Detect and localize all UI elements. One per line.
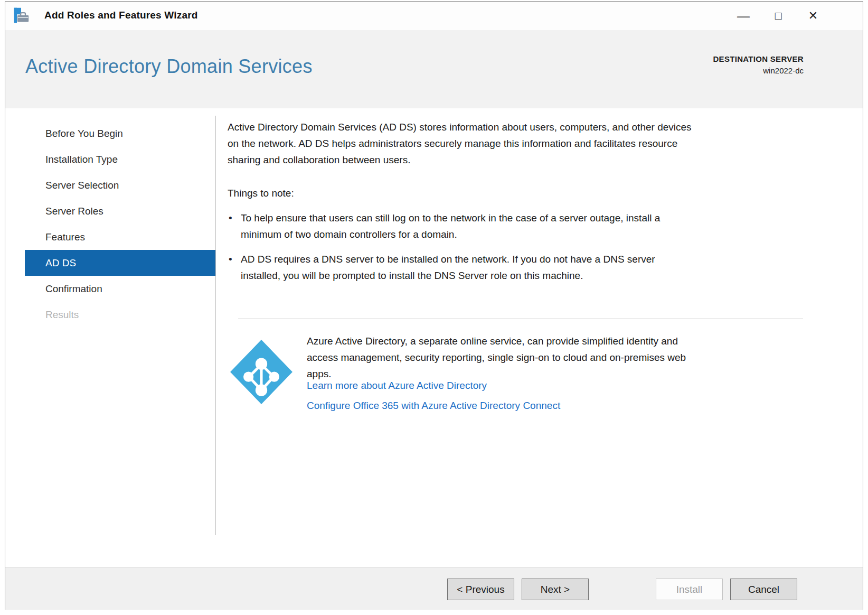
azure-active-directory-icon: [229, 339, 294, 405]
bullet-line: installed, you will be prompted to insta…: [241, 267, 655, 284]
sidebar-content-divider: [215, 116, 216, 535]
list-item: • AD DS requires a DNS server to be inst…: [229, 251, 660, 284]
azure-description-line: access management, security reporting, s…: [307, 349, 686, 366]
window-title: Add Roles and Features Wizard: [44, 10, 198, 21]
sidebar-item-installation-type[interactable]: Installation Type: [25, 146, 215, 172]
sidebar-item-ad-ds[interactable]: AD DS: [25, 250, 215, 276]
azure-description-line: Azure Active Directory, a separate onlin…: [307, 333, 686, 349]
wizard-steps-sidebar: Before You Begin Installation Type Serve…: [25, 120, 215, 328]
learn-more-azure-ad-link[interactable]: Learn more about Azure Active Directory: [307, 376, 560, 396]
sidebar-item-results: Results: [25, 302, 215, 328]
configure-office-365-link[interactable]: Configure Office 365 with Azure Active D…: [307, 396, 560, 416]
azure-links: Learn more about Azure Active Directory …: [307, 376, 560, 416]
title-bar: Add Roles and Features Wizard — □ ✕: [5, 2, 863, 30]
bullet-line: To help ensure that users can still log …: [241, 210, 660, 226]
wizard-header: Active Directory Domain Services DESTINA…: [5, 30, 863, 108]
section-divider: [238, 319, 803, 319]
azure-description: Azure Active Directory, a separate onlin…: [307, 333, 686, 382]
notes-list: • To help ensure that users can still lo…: [229, 210, 660, 292]
bullet-icon: •: [229, 210, 241, 243]
close-icon[interactable]: ✕: [799, 6, 827, 26]
cancel-button[interactable]: Cancel: [730, 579, 797, 600]
bullet-text: AD DS requires a DNS server to be instal…: [241, 251, 655, 284]
list-item: • To help ensure that users can still lo…: [229, 210, 660, 243]
bullet-line: AD DS requires a DNS server to be instal…: [241, 251, 655, 267]
bullet-icon: •: [229, 251, 241, 284]
add-roles-wizard-icon: [13, 7, 30, 24]
destination-server-name: win2022-dc: [713, 66, 804, 75]
sidebar-item-before-you-begin[interactable]: Before You Begin: [25, 120, 215, 146]
page-title: Active Directory Domain Services: [25, 55, 313, 78]
intro-line: Active Directory Domain Services (AD DS)…: [228, 119, 692, 135]
intro-line: sharing and collaboration between users.: [228, 152, 692, 168]
minimize-icon[interactable]: —: [730, 6, 757, 26]
bullet-text: To help ensure that users can still log …: [241, 210, 660, 243]
install-button: Install: [656, 579, 723, 600]
next-button[interactable]: Next >: [522, 579, 589, 600]
sidebar-item-features[interactable]: Features: [25, 224, 215, 250]
sidebar-item-server-roles[interactable]: Server Roles: [25, 198, 215, 224]
wizard-footer: < Previous Next > Install Cancel: [5, 567, 863, 610]
bullet-line: minimum of two domain controllers for a …: [241, 226, 660, 243]
previous-button[interactable]: < Previous: [447, 579, 514, 600]
wizard-window: Add Roles and Features Wizard — □ ✕ Acti…: [5, 1, 863, 610]
destination-server-block: DESTINATION SERVER win2022-dc: [713, 54, 804, 75]
intro-paragraph: Active Directory Domain Services (AD DS)…: [228, 119, 692, 168]
things-to-note-heading: Things to note:: [228, 188, 294, 199]
maximize-icon[interactable]: □: [765, 6, 792, 26]
sidebar-item-server-selection[interactable]: Server Selection: [25, 172, 215, 198]
destination-server-label: DESTINATION SERVER: [713, 54, 804, 63]
sidebar-item-confirmation[interactable]: Confirmation: [25, 276, 215, 302]
intro-line: on the network. AD DS helps administrato…: [228, 135, 692, 152]
